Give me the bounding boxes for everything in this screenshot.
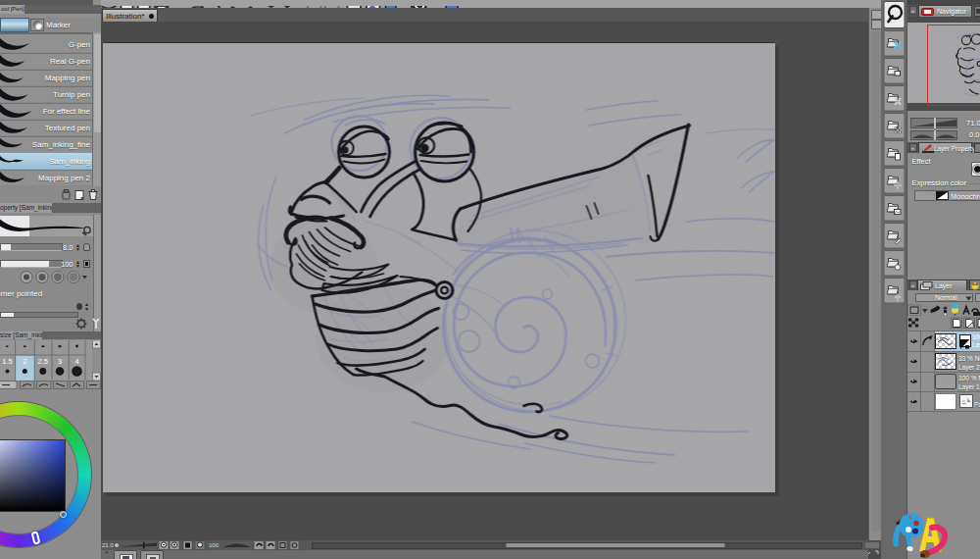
svg-text:2: 2 [23,357,26,366]
svg-text:4: 4 [74,357,78,366]
svg-text:100: 100 [209,542,220,548]
svg-text:1.5: 1.5 [2,357,12,366]
svg-text:2.5: 2.5 [38,357,48,366]
svg-text:3: 3 [58,357,62,366]
